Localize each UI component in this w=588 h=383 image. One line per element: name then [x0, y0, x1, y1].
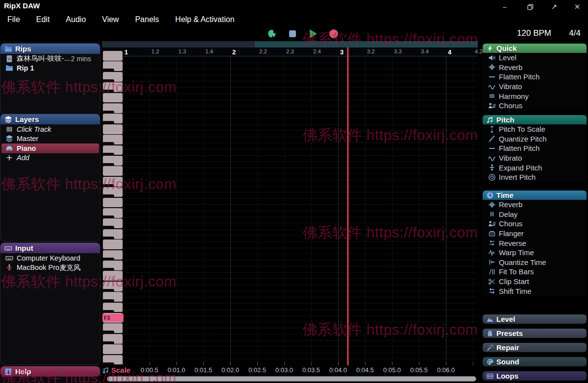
rips-item-rip-1[interactable]: Rip 1 [0, 64, 100, 73]
panel-header-rips[interactable]: Rips [0, 44, 100, 54]
panel-loops: Loops [483, 371, 587, 381]
tool-label: Reverse [499, 239, 526, 247]
panel-header-sound[interactable]: Sound [483, 357, 587, 366]
time-label-0-03-0: 0:03.0 [275, 366, 293, 374]
piano-key-F4[interactable] [103, 239, 122, 249]
beat-label-1.4: 1.4 [205, 48, 213, 54]
minimize-icon[interactable]: − [498, 2, 511, 12]
item-label: 森林鸟叫-吱吱-... [17, 54, 70, 63]
tool-chorus[interactable]: Chorus [483, 219, 587, 229]
rips-item-森林鸟叫-吱吱[interactable]: 森林鸟叫-吱吱-...2 mins [0, 54, 100, 64]
tool-flatten-pitch[interactable]: Flatten Pitch [483, 144, 587, 153]
layers-item-master[interactable]: Master [0, 134, 100, 144]
timeline-overview-bar[interactable] [102, 41, 478, 48]
menu-item-audio[interactable]: Audio [66, 15, 86, 24]
panel-rips: Rips森林鸟叫-吱吱-...2 minsRip 1 [0, 43, 100, 115]
menu-item-file[interactable]: File [7, 15, 20, 24]
panel-header-loops[interactable]: Loops [483, 371, 587, 381]
restore-icon[interactable] [524, 2, 537, 12]
tool-label: Expand Pitch [499, 164, 542, 172]
panel-header-quick[interactable]: Quick [483, 44, 587, 53]
tool-harmony[interactable]: Harmony [483, 91, 587, 101]
panel-header-input[interactable]: Input [0, 243, 100, 253]
tool-quantize-pitch[interactable]: Quantize Pitch [483, 134, 587, 144]
item-label: Computer Keyboard [17, 254, 80, 262]
tool-invert-pitch[interactable]: Invert Pitch [483, 172, 587, 182]
ripx-daw-window: RipX DAW − ↗ ✕ FileEditAudioViewPanelsHe… [0, 0, 588, 383]
time-label-0-05-0: 0:05.0 [383, 366, 401, 374]
tool-expand-pitch[interactable]: Expand Pitch [483, 163, 587, 172]
panel-header-time[interactable]: Time [483, 191, 587, 200]
menu-item-help-activation[interactable]: Help & Activation [175, 15, 235, 24]
stop-button[interactable] [288, 29, 297, 39]
note-grid[interactable] [122, 56, 478, 365]
time-label-0-01-0: 0:01.0 [168, 366, 185, 374]
menu-item-view[interactable]: View [102, 15, 119, 24]
panel-header-help[interactable]: Help [0, 366, 100, 377]
tool-vibrato[interactable]: Vibrato [483, 153, 587, 163]
resize-icon[interactable]: ↗ [548, 2, 561, 12]
horizontal-scrollbar[interactable] [107, 376, 476, 382]
time-label-0-04-5: 0:04.5 [356, 366, 374, 374]
panel-header-pitch[interactable]: Pitch [483, 115, 587, 124]
panel-help: Help [0, 366, 100, 377]
tool-flanger[interactable]: Flanger [483, 229, 587, 239]
notes-icon [486, 116, 494, 124]
play-button[interactable] [308, 29, 318, 39]
panel-time: TimeReverbDelayChorusFlangerReverseWarp … [483, 191, 587, 296]
piano-key-C6[interactable] [103, 51, 122, 61]
tool-reverb[interactable]: Reverb [483, 200, 587, 210]
menu-item-edit[interactable]: Edit [36, 15, 50, 24]
layers-item-click-track[interactable]: Click Track [0, 124, 100, 134]
tool-delay[interactable]: Delay [483, 210, 587, 219]
input-item-macbook-pro麦克风[interactable]: MacBook Pro麦克风 [0, 263, 100, 273]
tool-chorus[interactable]: Chorus [483, 101, 587, 111]
input-item-computer-keyboard[interactable]: Computer Keyboard [0, 253, 100, 263]
piano-key-C3[interactable] [103, 271, 122, 281]
bar-ruler[interactable]: 11.21.31.422.22.32.433.23.33.444.2 [102, 48, 478, 56]
piano-key-C5[interactable] [103, 124, 122, 134]
overview-range-indicator[interactable] [255, 41, 478, 48]
info-icon [4, 367, 12, 376]
layers-item-add[interactable]: Add [0, 153, 100, 163]
tool-reverse[interactable]: Reverse [483, 238, 587, 248]
tool-clip-start[interactable]: Clip Start [483, 277, 587, 287]
beat-label-4: 4 [448, 48, 451, 56]
panel-header-presets[interactable]: Presets [483, 329, 587, 338]
chorus-icon [488, 219, 496, 228]
tool-label: Delay [499, 210, 517, 218]
piano-key-C2[interactable] [103, 344, 122, 354]
time-label-0-05-5: 0:05.5 [410, 366, 428, 374]
selected-key-F3[interactable]: F3 [102, 314, 123, 322]
tool-flatten-pitch[interactable]: Flatten Pitch [483, 72, 587, 82]
tool-level[interactable]: Level [483, 53, 587, 63]
close-icon[interactable]: ✕ [571, 2, 584, 12]
panel-header-layers[interactable]: Layers [0, 114, 100, 124]
bpm-display[interactable]: 120 BPM [517, 28, 551, 38]
tool-warp-time[interactable]: Warp Time [483, 248, 587, 258]
scale-button[interactable]: Scale [101, 366, 130, 374]
record-button[interactable] [329, 29, 339, 39]
piano-key-F6[interactable] [103, 93, 122, 103]
piano-key-B-sharp[interactable] [102, 362, 114, 365]
panel-level: Level [483, 314, 587, 324]
panel-header-repair[interactable]: Repair [483, 343, 587, 352]
tool-shift-time[interactable]: Shift Time [483, 286, 587, 296]
menu-item-panels[interactable]: Panels [135, 15, 159, 24]
time-signature-display[interactable]: 4/4 [569, 28, 581, 38]
panel-title: Presets [496, 329, 523, 337]
piano-key-F5[interactable] [103, 166, 122, 176]
tool-quantize-time[interactable]: Quantize Time [483, 258, 587, 267]
playhead[interactable] [347, 48, 348, 365]
audition-button[interactable] [267, 29, 277, 39]
layers-item-piano[interactable]: Piano [1, 144, 99, 153]
audio-file-icon [5, 54, 13, 63]
left-sidebar: Rips森林鸟叫-吱吱-...2 minsRip 1LayersClick Tr… [0, 41, 100, 383]
tool-pitch-to-scale[interactable]: Pitch To Scale [483, 124, 587, 134]
mountain-icon [486, 315, 494, 323]
panel-header-level[interactable]: Level [483, 314, 587, 324]
tool-reverb[interactable]: Reverb [483, 63, 587, 72]
tool-fit-to-bars[interactable]: Fit To Bars [483, 267, 587, 277]
piano-key-C4[interactable] [103, 198, 122, 208]
tool-vibrato[interactable]: Vibrato [483, 82, 587, 92]
